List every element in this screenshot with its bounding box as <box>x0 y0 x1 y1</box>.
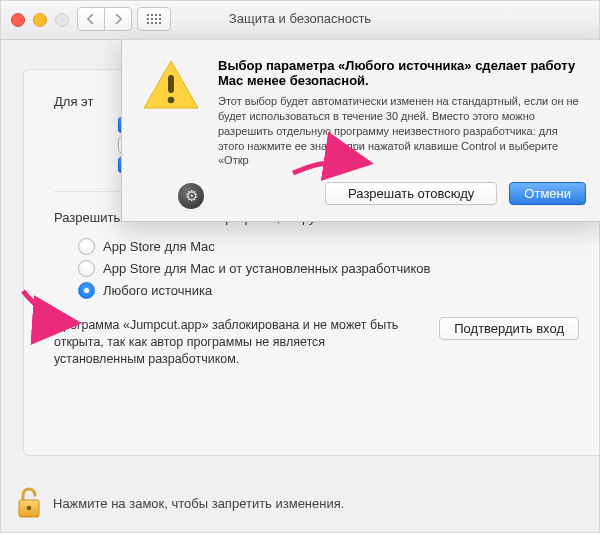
require-password-label-cut: Для эт <box>54 94 93 109</box>
allow-apps-radios: App Store для Mac App Store для Mac и от… <box>78 235 579 301</box>
radio-identified-developers[interactable] <box>78 260 95 277</box>
dialog-subtext: Этот выбор будет автоматически изменен н… <box>218 94 586 168</box>
cancel-button[interactable]: Отмени <box>509 182 586 205</box>
svg-point-3 <box>168 97 175 104</box>
svg-rect-2 <box>168 75 174 93</box>
dialog-headline: Выбор параметра «Любого источника» сдела… <box>218 58 575 88</box>
confirm-anywhere-dialog: ⚙ Выбор параметра «Любого источника» сде… <box>121 39 600 222</box>
window-title: Защита и безопасность <box>1 11 599 26</box>
radio-anywhere-label: Любого источника <box>103 283 212 298</box>
allow-anywhere-button[interactable]: Разрешать отовсюду <box>325 182 497 205</box>
gear-icon: ⚙ <box>178 183 204 209</box>
dialog-text: Выбор параметра «Любого источника» сдела… <box>218 58 586 205</box>
confirm-open-button[interactable]: Подтвердить вход <box>439 317 579 340</box>
radio-app-store[interactable] <box>78 238 95 255</box>
unlocked-padlock-icon[interactable] <box>15 486 43 520</box>
titlebar: Защита и безопасность <box>1 1 599 40</box>
svg-point-1 <box>27 506 31 510</box>
radio-anywhere[interactable] <box>78 282 95 299</box>
radio-app-store-label: App Store для Mac <box>103 239 215 254</box>
warning-icon: ⚙ <box>140 58 202 205</box>
radio-identified-developers-label: App Store для Mac и от установленных раз… <box>103 261 430 276</box>
blocked-app-text: Программа «Jumpcut.app» заблокирована и … <box>54 317 419 368</box>
lock-text: Нажмите на замок, чтобы запретить измене… <box>53 496 344 511</box>
lock-footer: Нажмите на замок, чтобы запретить измене… <box>15 486 599 520</box>
prefs-window: Защита и безопасность Для эт Выключить а… <box>0 0 600 533</box>
